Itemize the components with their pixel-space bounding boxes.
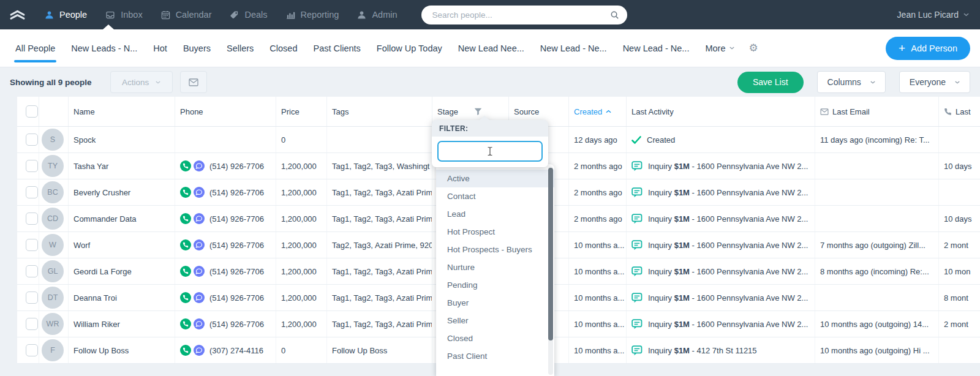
person-name[interactable]: Tasha Yar [74, 162, 108, 171]
header-name[interactable]: Name [69, 97, 175, 126]
call-icon[interactable] [180, 187, 191, 198]
price-value: 1,200,000 [281, 241, 317, 250]
dropdown-scrollbar-thumb[interactable] [548, 168, 553, 340]
header-price[interactable]: Price [276, 97, 327, 126]
call-icon[interactable] [180, 266, 191, 277]
tab-sellers[interactable]: Sellers [219, 29, 262, 67]
stage-option-past-client[interactable]: Past Client [436, 347, 554, 365]
header-avatar-cell [39, 97, 69, 126]
row-checkbox[interactable] [26, 186, 38, 198]
nav-item-reporting[interactable]: Reporting [277, 0, 349, 29]
tab-new-lead-nee[interactable]: New Lead Nee... [450, 29, 532, 67]
stage-option-closed[interactable]: Closed [436, 329, 554, 347]
phone-number: (514) 926-7706 [209, 293, 264, 303]
stage-option-lead[interactable]: Lead [436, 205, 554, 223]
call-icon[interactable] [180, 160, 191, 171]
tab-hot[interactable]: Hot [145, 29, 175, 67]
header-phone[interactable]: Phone [175, 97, 276, 126]
header-last-activity[interactable]: Last Activity [627, 97, 815, 126]
row-checkbox[interactable] [26, 318, 38, 330]
list-toolbar: Showing all 9 people Actions Save List C… [0, 67, 980, 97]
save-list-button[interactable]: Save List [737, 72, 804, 93]
envelope-icon [189, 78, 198, 86]
search-icon[interactable] [610, 10, 619, 20]
person-name[interactable]: Beverly Crusher [74, 188, 130, 197]
stage-option-active[interactable]: Active [436, 170, 554, 187]
call-icon[interactable] [180, 213, 191, 224]
nav-item-calendar[interactable]: Calendar [152, 0, 221, 29]
header-tags[interactable]: Tags [327, 97, 432, 126]
filter-funnel-icon[interactable] [474, 108, 482, 116]
columns-button[interactable]: Columns [817, 71, 886, 93]
row-checkbox[interactable] [26, 291, 38, 304]
last-call-value: 10 days [944, 214, 972, 224]
avatar: GL [42, 260, 64, 282]
row-checkbox[interactable] [26, 344, 38, 356]
nav-item-people[interactable]: People [36, 0, 96, 29]
header-created-sorted[interactable]: Created [569, 97, 627, 126]
sms-icon[interactable] [194, 318, 205, 329]
tab-new-leads-n[interactable]: New Leads - N... [63, 29, 145, 67]
calendar-icon [161, 10, 170, 20]
gear-icon[interactable]: ⚙ [742, 43, 764, 53]
add-person-button[interactable]: + Add Person [886, 37, 970, 60]
actions-button[interactable]: Actions [110, 71, 173, 93]
tab-new-lead-ne[interactable]: New Lead - Ne... [532, 29, 615, 67]
sms-icon[interactable] [194, 213, 205, 224]
tab-closed[interactable]: Closed [262, 29, 305, 67]
chat-message-icon [631, 266, 643, 277]
person-name[interactable]: William Riker [74, 320, 120, 329]
nav-item-label: People [59, 10, 87, 20]
row-checkbox[interactable] [26, 160, 38, 172]
created-value: 2 months ago [574, 214, 622, 224]
last-email-value: 10 months ago (outgoing) Hi ... [820, 346, 930, 355]
phone-number: (514) 926-7706 [209, 267, 264, 276]
email-action-button[interactable] [180, 71, 207, 93]
person-name[interactable]: Commander Data [74, 214, 137, 224]
person-name[interactable]: Geordi La Forge [74, 267, 132, 276]
tab-follow-up-today[interactable]: Follow Up Today [369, 29, 450, 67]
tab-new-lead-ne[interactable]: New Lead - Ne... [615, 29, 698, 67]
tab-past-clients[interactable]: Past Clients [305, 29, 368, 67]
call-icon[interactable] [180, 345, 191, 356]
sms-icon[interactable] [194, 266, 205, 277]
search-box[interactable] [421, 6, 627, 24]
tab-all-people[interactable]: All People [7, 29, 63, 67]
stage-option-hot-prospect[interactable]: Hot Prospect [436, 223, 554, 241]
row-checkbox[interactable] [26, 133, 38, 146]
select-all-checkbox[interactable] [26, 105, 38, 118]
user-menu[interactable]: Jean Luc Picard [897, 10, 969, 20]
tab-buyers[interactable]: Buyers [175, 29, 219, 67]
stage-option-nurture[interactable]: Nurture [436, 258, 554, 276]
person-name[interactable]: Spock [74, 135, 96, 145]
chevron-down-icon [156, 81, 160, 84]
sms-icon[interactable] [194, 160, 205, 171]
header-last-call[interactable]: Last [939, 97, 980, 126]
header-last-email[interactable]: Last Email [815, 97, 939, 126]
row-checkbox[interactable] [26, 239, 38, 251]
stage-option-pending[interactable]: Pending [436, 276, 554, 294]
call-icon[interactable] [180, 292, 191, 303]
sms-icon[interactable] [194, 292, 205, 303]
person-name[interactable]: Deanna Troi [74, 293, 117, 303]
stage-option-hot-prospects-buyers[interactable]: Hot Prospects - Buyers [436, 241, 554, 258]
call-icon[interactable] [180, 239, 191, 250]
brand-logo-icon[interactable] [0, 9, 36, 20]
person-name[interactable]: Follow Up Boss [74, 346, 129, 355]
row-checkbox[interactable] [26, 265, 38, 277]
stage-option-seller[interactable]: Seller [436, 312, 554, 329]
tab-more[interactable]: More [697, 29, 742, 67]
sms-icon[interactable] [194, 187, 205, 198]
sms-icon[interactable] [194, 239, 205, 250]
person-name[interactable]: Worf [74, 241, 90, 250]
search-input[interactable] [432, 10, 610, 20]
row-checkbox[interactable] [26, 212, 38, 225]
nav-item-deals[interactable]: Deals [221, 0, 276, 29]
stage-option-contact[interactable]: Contact [436, 187, 554, 205]
stage-filter-input[interactable] [439, 142, 541, 160]
call-icon[interactable] [180, 318, 191, 329]
stage-option-buyer[interactable]: Buyer [436, 294, 554, 312]
everyone-filter-button[interactable]: Everyone [899, 71, 970, 93]
nav-item-admin[interactable]: Admin [348, 0, 406, 29]
sms-icon[interactable] [194, 345, 205, 356]
